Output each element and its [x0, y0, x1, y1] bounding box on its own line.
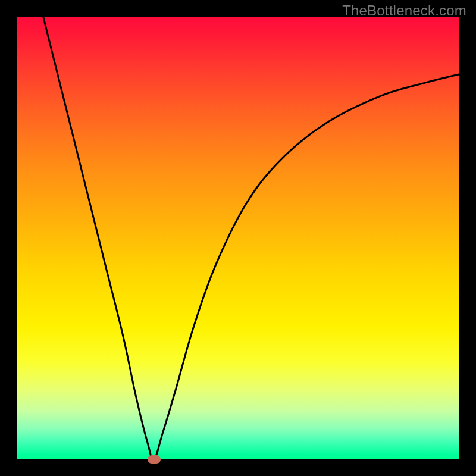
curve-path — [43, 17, 459, 459]
bottleneck-curve — [17, 17, 459, 459]
minimum-marker — [148, 455, 161, 464]
chart-frame: TheBottleneck.com — [0, 0, 476, 476]
watermark-text: TheBottleneck.com — [342, 2, 466, 19]
plot-area — [17, 17, 459, 459]
